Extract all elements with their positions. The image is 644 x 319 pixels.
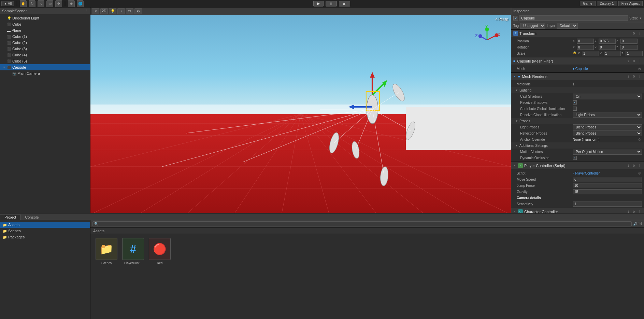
- anchor-target-icon[interactable]: ◎: [637, 137, 642, 142]
- layer-select[interactable]: Default: [557, 23, 578, 29]
- receive-shadows-checkbox[interactable]: ✓: [573, 100, 577, 105]
- asset-item[interactable]: 📁 Scenes: [95, 238, 118, 265]
- additional-settings-label: ▼Additional Settings: [511, 142, 644, 149]
- shading-mode[interactable]: ☀: [92, 8, 99, 14]
- dynamic-occlusion-checkbox[interactable]: ✓: [573, 156, 577, 160]
- pos-y-input[interactable]: [599, 39, 616, 44]
- tree-icon: ⬛: [7, 23, 11, 26]
- tree-item[interactable]: ⬛Cube (4): [0, 52, 90, 58]
- tree-item[interactable]: ▼⬛Capsule: [0, 64, 90, 70]
- reflection-probes-select[interactable]: Blend Probes: [573, 130, 642, 136]
- mesh-target-icon[interactable]: ◎: [637, 66, 642, 71]
- tree-item[interactable]: ⬛Cube (5): [0, 58, 90, 64]
- pos-x-input[interactable]: [577, 39, 594, 44]
- rotation-label: Rotation: [517, 45, 571, 49]
- move-speed-input[interactable]: [573, 177, 642, 182]
- step-button[interactable]: ⏭: [339, 1, 350, 6]
- static-dropdown-icon[interactable]: ▼: [639, 17, 642, 20]
- tab-project[interactable]: Project: [0, 214, 20, 220]
- obj-name-input[interactable]: [519, 15, 628, 21]
- cast-shadows-select[interactable]: On: [573, 94, 642, 99]
- gravity-label: Gravity: [517, 190, 571, 194]
- gravity-input[interactable]: [573, 189, 642, 194]
- player-controller-checkbox[interactable]: ✓: [513, 164, 516, 167]
- pivot-tool[interactable]: ⊕: [68, 0, 75, 7]
- pc-info-icon[interactable]: ℹ: [626, 163, 630, 168]
- tree-item[interactable]: ⬛Cube (1): [0, 33, 90, 40]
- obj-active-checkbox[interactable]: ✓: [513, 16, 518, 20]
- project-folder[interactable]: 📁Assets: [0, 222, 90, 228]
- cc-more-icon[interactable]: ⋮: [637, 209, 642, 213]
- global-tool[interactable]: 🌐: [77, 0, 84, 7]
- rot-z-input[interactable]: [620, 45, 638, 50]
- rot-x-input[interactable]: [577, 45, 594, 50]
- play-button[interactable]: ▶: [313, 1, 324, 6]
- script-target-icon[interactable]: ◎: [637, 171, 642, 176]
- contribute-gi-checkbox[interactable]: [573, 107, 577, 111]
- aspect-label[interactable]: Free Aspect: [618, 1, 643, 6]
- jump-force-input[interactable]: [573, 183, 642, 188]
- hierarchy-menu-icon[interactable]: ⋮: [84, 9, 88, 13]
- sensitivity-input[interactable]: [573, 202, 642, 207]
- transform-settings-icon[interactable]: ⚙: [631, 31, 636, 36]
- scene-view[interactable]: X Y Z < Persp: [90, 15, 511, 213]
- tree-item[interactable]: ⬛Cube (2): [0, 40, 90, 46]
- transform-tool[interactable]: ✥: [55, 0, 62, 7]
- project-folder[interactable]: 📁Scenes: [0, 228, 90, 234]
- motion-vectors-select[interactable]: Per Object Motion: [573, 149, 642, 155]
- scale-z-input[interactable]: [626, 51, 643, 56]
- transform-header[interactable]: T Transform ⚙ ⋮: [511, 30, 644, 37]
- rot-y-input[interactable]: [599, 45, 616, 50]
- tree-item[interactable]: ⬛Cube: [0, 21, 90, 27]
- assets-search[interactable]: [92, 221, 632, 226]
- tree-item[interactable]: 💡Directional Light: [0, 15, 90, 21]
- pause-button[interactable]: ⏸: [326, 1, 337, 6]
- mesh-renderer-header[interactable]: ✓ ■ Mesh Renderer ℹ ⚙ ⋮: [511, 73, 644, 80]
- mesh-filter-more-icon[interactable]: ⋮: [637, 59, 642, 64]
- asset-item[interactable]: # PlayerCont...: [121, 238, 145, 265]
- tree-item[interactable]: ▬Plane: [0, 27, 90, 33]
- all-dropdown[interactable]: ▼ All: [1, 1, 14, 6]
- tree-item[interactable]: ⬛Cube (3): [0, 46, 90, 52]
- mesh-filter-header[interactable]: ■ Capsule (Mesh Filter) ℹ ⚙ ⋮: [511, 57, 644, 65]
- mesh-renderer-info-icon[interactable]: ℹ: [626, 74, 630, 79]
- scale-x-input[interactable]: [582, 51, 599, 56]
- scale-y-input[interactable]: [604, 51, 621, 56]
- display-label[interactable]: Display 1: [597, 1, 617, 6]
- mesh-filter-info-icon[interactable]: ℹ: [626, 59, 630, 64]
- lighting-toggle[interactable]: 💡: [109, 8, 116, 14]
- fx-toggle[interactable]: fx: [126, 8, 133, 14]
- character-controller-header[interactable]: ✓ C Character Controller ℹ ⚙ ⋮: [511, 208, 644, 213]
- cc-settings-icon[interactable]: ⚙: [631, 209, 636, 213]
- mesh-label: Mesh: [517, 67, 571, 71]
- assets-count: 🔊 14: [633, 222, 642, 226]
- move-tool[interactable]: ✋: [20, 0, 27, 7]
- tag-select[interactable]: Untagged: [520, 23, 545, 29]
- rect-tool[interactable]: ▭: [46, 0, 53, 7]
- pc-more-icon[interactable]: ⋮: [637, 163, 642, 168]
- pc-settings-icon[interactable]: ⚙: [631, 163, 636, 168]
- tab-console[interactable]: Console: [20, 214, 43, 220]
- 2d-mode[interactable]: 2D: [100, 8, 108, 14]
- tree-item[interactable]: 📷Main Camera: [0, 70, 90, 77]
- mesh-filter-settings-icon[interactable]: ⚙: [631, 59, 636, 64]
- gizmos-toggle[interactable]: ⚙: [134, 8, 142, 14]
- motion-vectors-label: Motion Vectors: [517, 150, 571, 154]
- mesh-renderer-checkbox[interactable]: ✓: [513, 75, 516, 78]
- contribute-gi-row: Contribute Global Illumination: [511, 106, 644, 112]
- mesh-renderer-settings-icon[interactable]: ⚙: [631, 74, 636, 79]
- rotate-tool[interactable]: ↻: [29, 0, 35, 7]
- player-controller-header[interactable]: ✓ # Player Controller (Script) ℹ ⚙ ⋮: [511, 162, 644, 169]
- asset-item[interactable]: 🔴 Red: [148, 238, 172, 265]
- pos-z-input[interactable]: [620, 39, 638, 44]
- scale-tool[interactable]: ⤡: [38, 0, 44, 7]
- audio-toggle[interactable]: ♪: [117, 8, 125, 14]
- mesh-renderer-more-icon[interactable]: ⋮: [637, 74, 642, 79]
- receive-gi-select[interactable]: Light Probes: [573, 112, 642, 118]
- cc-info-icon[interactable]: ℹ: [626, 209, 630, 213]
- transform-more-icon[interactable]: ⋮: [637, 31, 642, 36]
- inspector-scroll[interactable]: ✓ Static ▼ Tag Untagged Layer Default T …: [511, 14, 644, 213]
- light-probes-select[interactable]: Blend Probes: [573, 124, 642, 130]
- project-folder[interactable]: 📁Packages: [0, 234, 90, 240]
- cc-checkbox[interactable]: ✓: [513, 210, 516, 213]
